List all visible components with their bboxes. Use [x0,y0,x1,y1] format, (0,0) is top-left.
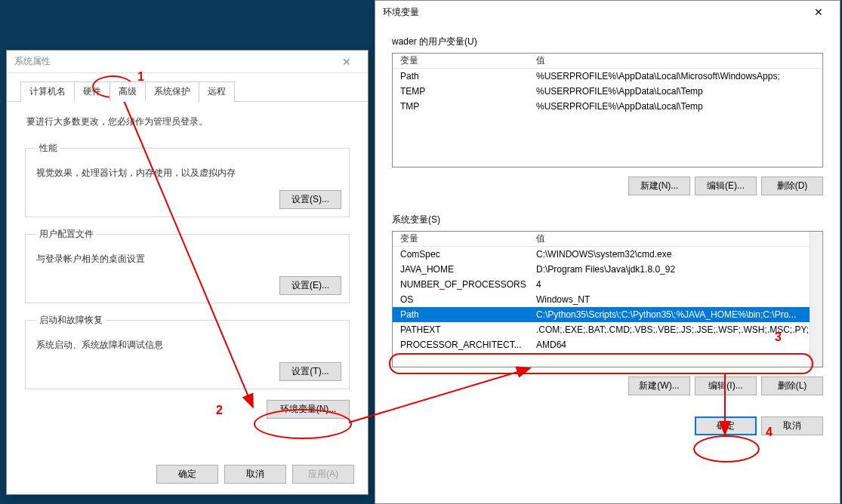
user-vars-label: wader 的用户变量(U) [392,35,823,48]
performance-settings-button[interactable]: 设置(S)... [279,190,341,209]
close-icon[interactable]: ✕ [332,51,362,72]
apply-button[interactable]: 应用(A) [292,465,354,484]
table-row[interactable]: JAVA_HOME D:\Program Files\Java\jdk1.8.0… [393,262,822,277]
env-ok-button[interactable]: 确定 [695,416,757,435]
user-profile-settings-button[interactable]: 设置(E)... [279,276,341,295]
tab-advanced[interactable]: 高级 [109,81,146,102]
env-variables-window: 环境变量 ✕ wader 的用户变量(U) 变量 值 Path %USERPRO… [375,0,840,504]
titlebar: 环境变量 ✕ [375,1,840,23]
cancel-button[interactable]: 取消 [224,465,286,484]
tab-computer-name[interactable]: 计算机名 [20,81,75,102]
sys-edit-button[interactable]: 编辑(I)... [695,376,757,395]
user-edit-button[interactable]: 编辑(E)... [695,177,757,195]
performance-desc: 视觉效果，处理器计划，内存使用，以及虚拟内存 [36,167,341,180]
scrollbar[interactable] [810,232,822,367]
col-variable[interactable]: 变量 [397,231,533,247]
user-vars-table[interactable]: 变量 值 Path %USERPROFILE%\AppData\Local\Mi… [392,53,823,167]
table-row[interactable]: Path %USERPROFILE%\AppData\Local\Microso… [393,69,822,84]
tab-remote[interactable]: 远程 [199,81,235,102]
table-row[interactable]: TMP %USERPROFILE%\AppData\Local\Temp [393,99,822,114]
window-title: 环境变量 [383,6,419,19]
sysprop-content: 要进行大多数更改，您必须作为管理员登录。 性能 视觉效果，处理器计划，内存使用，… [7,102,368,428]
env-cancel-button[interactable]: 取消 [761,416,823,435]
sys-new-button[interactable]: 新建(W)... [628,376,690,395]
performance-group: 性能 视觉效果，处理器计划，内存使用，以及虚拟内存 设置(S)... [25,142,350,217]
table-row[interactable]: NUMBER_OF_PROCESSORS 4 [393,277,822,292]
performance-legend: 性能 [36,142,60,155]
user-profile-legend: 用户配置文件 [36,228,97,241]
table-header: 变量 值 [393,54,822,69]
user-delete-button[interactable]: 删除(D) [761,177,823,195]
table-row-selected[interactable]: Path C:\Python35\Scripts\;C:\Python35\;%… [393,307,822,322]
env-content: wader 的用户变量(U) 变量 值 Path %USERPROFILE%\A… [375,23,840,447]
table-row[interactable]: TEMP %USERPROFILE%\AppData\Local\Temp [393,84,822,99]
table-row[interactable]: ComSpec C:\WINDOWS\system32\cmd.exe [393,247,822,262]
col-value[interactable]: 值 [533,53,822,69]
env-variables-button[interactable]: 环境变量(N)... [267,400,350,419]
user-profile-desc: 与登录帐户相关的桌面设置 [36,253,341,266]
table-row[interactable]: PROCESSOR_ARCHITECT... AMD64 [393,337,822,352]
table-row[interactable]: PATHEXT .COM;.EXE;.BAT;.CMD;.VBS;.VBE;.J… [393,322,822,337]
dialog-footer: 确定 取消 应用(A) [156,465,354,484]
startup-recovery-group: 启动和故障恢复 系统启动、系统故障和调试信息 设置(T)... [25,314,350,389]
table-row[interactable]: OS Windows_NT [393,292,822,307]
system-properties-window: 系统属性 ✕ 计算机名 硬件 高级 系统保护 远程 要进行大多数更改，您必须作为… [6,50,369,495]
tab-hardware[interactable]: 硬件 [74,81,110,102]
tab-system-protection[interactable]: 系统保护 [145,81,199,102]
col-variable[interactable]: 变量 [397,53,533,69]
user-new-button[interactable]: 新建(N)... [628,177,690,195]
startup-desc: 系统启动、系统故障和调试信息 [36,339,341,352]
system-vars-table[interactable]: 变量 值 ComSpec C:\WINDOWS\system32\cmd.exe… [392,231,823,367]
startup-settings-button[interactable]: 设置(T)... [279,362,341,381]
close-icon[interactable]: ✕ [803,2,834,23]
col-value[interactable]: 值 [533,231,822,247]
ok-button[interactable]: 确定 [156,465,218,484]
intro-text: 要进行大多数更改，您必须作为管理员登录。 [26,115,348,128]
window-title: 系统属性 [14,55,51,68]
user-profile-group: 用户配置文件 与登录帐户相关的桌面设置 设置(E)... [25,228,350,303]
titlebar: 系统属性 ✕ [7,51,368,73]
startup-legend: 启动和故障恢复 [36,314,106,327]
sys-delete-button[interactable]: 删除(L) [761,376,823,395]
tab-strip: 计算机名 硬件 高级 系统保护 远程 [7,73,368,102]
table-header: 变量 值 [393,232,822,247]
system-vars-label: 系统变量(S) [392,214,823,226]
